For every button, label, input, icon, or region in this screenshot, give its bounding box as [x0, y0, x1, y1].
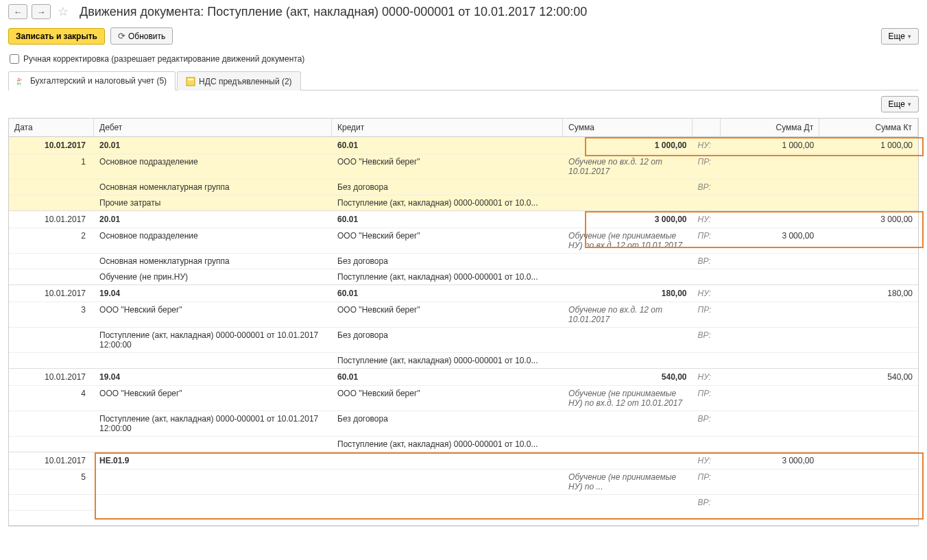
more-button[interactable]: Еще	[881, 28, 919, 45]
svg-rect-2	[186, 77, 195, 86]
accounting-icon: ДтКт	[17, 76, 27, 86]
nav-back-button[interactable]: ←	[8, 4, 27, 19]
manual-edit-label: Ручная корректировка (разрешает редактир…	[23, 54, 304, 64]
manual-edit-checkbox[interactable]	[10, 54, 19, 64]
col-sum[interactable]: Сумма	[563, 119, 692, 136]
table-row[interactable]: 10.01.2017 19.04 60.01 540,00 НУ: 540,00…	[9, 369, 918, 452]
refresh-button[interactable]: Обновить	[110, 27, 173, 45]
nav-forward-button[interactable]: →	[32, 4, 51, 19]
save-close-button[interactable]: Записать и закрыть	[8, 28, 105, 45]
col-debit[interactable]: Дебет	[94, 119, 332, 136]
col-sumdt[interactable]: Сумма Дт	[721, 119, 819, 136]
grid-more-button[interactable]: Еще	[881, 96, 919, 112]
svg-rect-3	[188, 79, 193, 80]
col-tag	[693, 119, 721, 136]
vat-icon	[186, 77, 195, 86]
svg-text:Кт: Кт	[17, 82, 21, 86]
page-title: Движения документа: Поступление (акт, на…	[80, 5, 587, 19]
tab-accounting[interactable]: ДтКт Бухгалтерский и налоговый учет (5)	[8, 71, 176, 90]
table-row[interactable]: 10.01.2017 НЕ.01.9 НУ: 3 000,00 5 Обучен…	[9, 452, 918, 526]
col-date[interactable]: Дата	[9, 119, 94, 136]
favorite-icon[interactable]: ☆	[55, 4, 71, 19]
table-row[interactable]: 10.01.2017 19.04 60.01 180,00 НУ: 180,00…	[9, 285, 918, 369]
tab-vat[interactable]: НДС предъявленный (2)	[177, 71, 300, 90]
table-row[interactable]: 10.01.2017 20.01 60.01 3 000,00 НУ: 3 00…	[9, 211, 918, 285]
grid-header: Дата Дебет Кредит Сумма Сумма Дт Сумма К…	[9, 119, 918, 137]
accounting-grid: Дата Дебет Кредит Сумма Сумма Дт Сумма К…	[8, 118, 919, 526]
col-credit[interactable]: Кредит	[332, 119, 563, 136]
refresh-icon	[118, 31, 125, 41]
col-sumkt[interactable]: Сумма Кт	[819, 119, 918, 136]
table-row[interactable]: 10.01.2017 20.01 60.01 1 000,00 НУ: 1 00…	[9, 137, 918, 211]
